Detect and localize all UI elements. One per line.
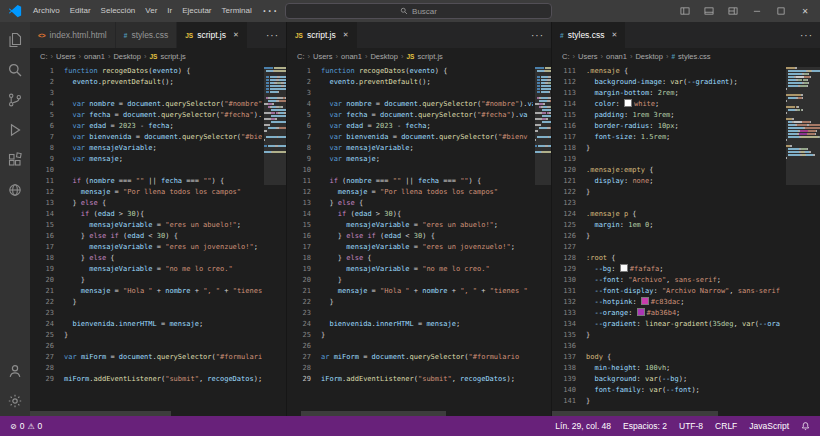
code-line[interactable]: 120.mensaje:empty { bbox=[552, 165, 784, 176]
extensions-icon[interactable] bbox=[0, 145, 30, 175]
toggle-panel-icon[interactable] bbox=[698, 0, 720, 22]
menu-overflow-icon[interactable]: ··· bbox=[257, 0, 283, 22]
line-number[interactable]: 14 bbox=[287, 209, 321, 220]
encoding-status[interactable]: UTF-8 bbox=[679, 421, 703, 431]
line-number[interactable]: 21 bbox=[30, 286, 64, 297]
code-line[interactable]: 6 var edad = 2023 - fecha; bbox=[287, 121, 533, 132]
code-line[interactable]: 17 mensajeVariable = "eres un jovenzuelo… bbox=[287, 242, 533, 253]
code-line[interactable]: 114 color: white; bbox=[552, 99, 784, 110]
menu-ejecutar[interactable]: Ejecutar bbox=[177, 0, 216, 22]
line-number[interactable]: 16 bbox=[30, 231, 64, 242]
minimap[interactable] bbox=[786, 67, 820, 410]
code-line[interactable]: 135} bbox=[552, 330, 784, 341]
code-line[interactable]: 15 mensajeVariable = "eres un abuelo!"; bbox=[287, 220, 533, 231]
cursor-position[interactable]: Lín. 29, col. 48 bbox=[555, 421, 611, 431]
line-number[interactable]: 126 bbox=[552, 231, 586, 242]
line-number[interactable]: 122 bbox=[552, 187, 586, 198]
code-line[interactable]: 29iForm.addEventListener("submit", recog… bbox=[287, 374, 533, 385]
line-number[interactable]: 19 bbox=[287, 264, 321, 275]
code-editor[interactable]: 1function recogeDatos(evento) {2 evento.… bbox=[30, 65, 286, 416]
breadcrumb-item[interactable]: Users bbox=[56, 52, 76, 61]
problems-status[interactable]: ⊘ 0 ⚠ 0 bbox=[10, 421, 42, 431]
code-line[interactable]: 19 mensajeVariable = "no me lo creo." bbox=[30, 264, 262, 275]
code-line[interactable]: 112 background-image: var(--gradient); bbox=[552, 77, 784, 88]
line-number[interactable]: 12 bbox=[287, 187, 321, 198]
code-line[interactable]: 25} bbox=[287, 330, 533, 341]
line-number[interactable]: 15 bbox=[30, 220, 64, 231]
line-number[interactable]: 135 bbox=[552, 330, 586, 341]
code-line[interactable]: 20 } bbox=[287, 275, 533, 286]
line-number[interactable]: 112 bbox=[552, 77, 586, 88]
code-line[interactable]: 12 mensaje = "Por llena todos los campos… bbox=[287, 187, 533, 198]
line-number[interactable]: 2 bbox=[30, 77, 64, 88]
line-number[interactable]: 9 bbox=[30, 154, 64, 165]
code-line[interactable]: 118} bbox=[552, 143, 784, 154]
code-line[interactable]: 19 mensajeVariable = "no me lo creo." bbox=[287, 264, 533, 275]
line-number[interactable]: 12 bbox=[30, 187, 64, 198]
code-line[interactable]: 3 bbox=[287, 88, 533, 99]
line-number[interactable]: 24 bbox=[30, 319, 64, 330]
explorer-icon[interactable] bbox=[0, 25, 30, 55]
customize-layout-icon[interactable] bbox=[722, 0, 744, 22]
line-number[interactable]: 26 bbox=[287, 341, 321, 352]
line-number[interactable]: 130 bbox=[552, 275, 586, 286]
more-actions-icon[interactable]: ··· bbox=[793, 22, 820, 48]
code-line[interactable]: 27var miForm = document.querySelector("#… bbox=[30, 352, 262, 363]
code-line[interactable]: 10 bbox=[30, 165, 262, 176]
code-line[interactable]: 5 var fecha = document.querySelector("#f… bbox=[287, 110, 533, 121]
line-number[interactable]: 24 bbox=[287, 319, 321, 330]
toggle-sidebar-icon[interactable] bbox=[674, 0, 696, 22]
line-number[interactable]: 13 bbox=[30, 198, 64, 209]
code-line[interactable]: 9 var mensaje; bbox=[30, 154, 262, 165]
line-number[interactable]: 22 bbox=[30, 297, 64, 308]
tab-index.html.html[interactable]: <>index.html.html bbox=[30, 22, 116, 48]
line-number[interactable]: 116 bbox=[552, 121, 586, 132]
code-line[interactable]: 5 var fecha = document.querySelector("#f… bbox=[30, 110, 262, 121]
line-number[interactable]: 29 bbox=[30, 374, 64, 385]
line-number[interactable]: 2 bbox=[287, 77, 321, 88]
code-line[interactable]: 4 var nombre = document.querySelector("#… bbox=[30, 99, 262, 110]
code-line[interactable]: 29miForm.addEventListener("submit", reco… bbox=[30, 374, 262, 385]
code-line[interactable]: 126} bbox=[552, 231, 784, 242]
line-number[interactable]: 113 bbox=[552, 88, 586, 99]
code-line[interactable]: 12 mensaje = "Por llena todos los campos… bbox=[30, 187, 262, 198]
code-line[interactable]: 3 bbox=[30, 88, 262, 99]
line-number[interactable]: 17 bbox=[30, 242, 64, 253]
close-window-icon[interactable]: ✕ bbox=[794, 0, 816, 22]
code-line[interactable]: 20 } bbox=[30, 275, 262, 286]
line-number[interactable]: 139 bbox=[552, 374, 586, 385]
code-line[interactable]: 119 bbox=[552, 154, 784, 165]
line-number[interactable]: 129 bbox=[552, 264, 586, 275]
minimap[interactable] bbox=[264, 67, 286, 410]
tab-styles.css[interactable]: #styles.css✕ bbox=[552, 22, 626, 48]
search-icon[interactable] bbox=[0, 55, 30, 85]
line-number[interactable]: 27 bbox=[287, 352, 321, 363]
line-number[interactable]: 11 bbox=[287, 176, 321, 187]
breadcrumb-item[interactable]: C: bbox=[562, 52, 570, 61]
tab-script.js[interactable]: JSscript.js✕ bbox=[177, 22, 248, 48]
code-line[interactable]: 10 bbox=[287, 165, 533, 176]
code-line[interactable]: 117 font-size: 1.5rem; bbox=[552, 132, 784, 143]
line-number[interactable]: 29 bbox=[287, 374, 321, 385]
code-line[interactable]: 132 --hotpink: #c83dac; bbox=[552, 297, 784, 308]
line-number[interactable]: 21 bbox=[287, 286, 321, 297]
line-number[interactable]: 127 bbox=[552, 242, 586, 253]
code-line[interactable]: 18 } else { bbox=[287, 253, 533, 264]
line-number[interactable]: 10 bbox=[287, 165, 321, 176]
line-number[interactable]: 23 bbox=[30, 308, 64, 319]
menu-editar[interactable]: Editar bbox=[65, 0, 96, 22]
code-line[interactable]: 28 bbox=[30, 363, 262, 374]
line-number[interactable]: 25 bbox=[30, 330, 64, 341]
code-line[interactable]: 127 bbox=[552, 242, 784, 253]
code-line[interactable]: 24 bienvenida.innerHTML = mensaje; bbox=[30, 319, 262, 330]
settings-gear-icon[interactable] bbox=[0, 386, 30, 416]
line-number[interactable]: 137 bbox=[552, 352, 586, 363]
code-line[interactable]: 16 } else if (edad < 30) { bbox=[30, 231, 262, 242]
code-line[interactable]: 18 } else { bbox=[30, 253, 262, 264]
code-line[interactable]: 11 if (nombre === "" || fecha === "") { bbox=[287, 176, 533, 187]
menu-selección[interactable]: Selección bbox=[96, 0, 141, 22]
line-number[interactable]: 8 bbox=[30, 143, 64, 154]
line-number[interactable]: 9 bbox=[287, 154, 321, 165]
close-tab-icon[interactable]: ✕ bbox=[611, 31, 617, 39]
breadcrumb-item[interactable]: Desktop bbox=[370, 52, 398, 61]
